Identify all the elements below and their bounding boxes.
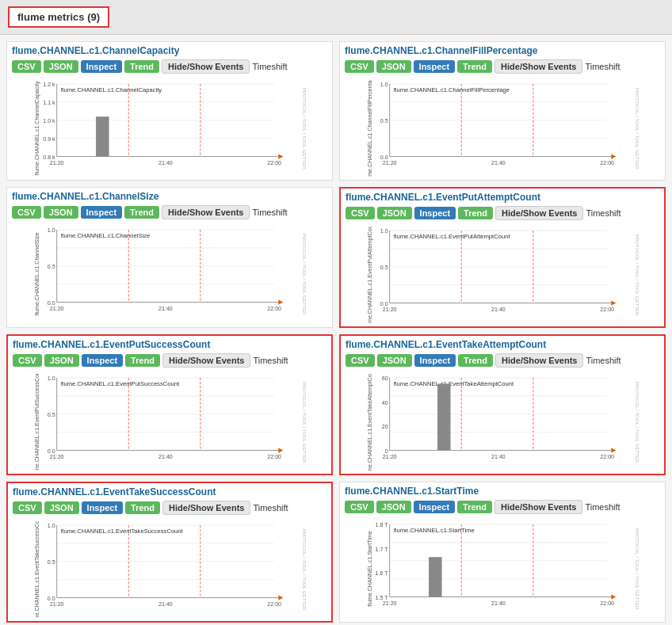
csv-button-4[interactable]: CSV xyxy=(13,354,42,367)
inspect-button-6[interactable]: Inspect xyxy=(82,501,124,514)
svg-text:flume.CHANNEL.c1.EventPutSucce: flume.CHANNEL.c1.EventPutSuccessCount xyxy=(34,374,40,471)
timeshift-button-0[interactable]: Timeshift xyxy=(252,62,287,71)
hideshow-button-4[interactable]: Hide/Show Events xyxy=(162,353,250,368)
hideshow-button-7[interactable]: Hide/Show Events xyxy=(494,500,582,514)
csv-button-7[interactable]: CSV xyxy=(345,501,374,513)
trend-button-5[interactable]: Trend xyxy=(458,354,493,367)
trend-button-6[interactable]: Trend xyxy=(125,501,160,514)
inspect-button-7[interactable]: Inspect xyxy=(414,501,456,513)
timeshift-button-1[interactable]: Timeshift xyxy=(585,62,620,71)
hideshow-button-6[interactable]: Hide/Show Events xyxy=(162,501,250,515)
svg-text:40: 40 xyxy=(382,400,388,406)
csv-button-2[interactable]: CSV xyxy=(12,206,41,219)
panel-6: flume.CHANNEL.c1.EventTakeSuccessCountCS… xyxy=(6,482,333,623)
svg-text:flume.CHANNEL.c1.ChannelFillPe: flume.CHANNEL.c1.ChannelFillPercentage xyxy=(394,86,510,93)
svg-text:1.0: 1.0 xyxy=(48,227,55,234)
svg-text:1.6 T: 1.6 T xyxy=(376,570,389,577)
chart-svg-0: flume.CHANNEL.c1.ChannelCapacity1.2 k1.1… xyxy=(10,80,329,177)
panel-controls-2: CSVJSONInspectTrendHide/Show EventsTimes… xyxy=(7,204,332,223)
svg-text:21:40: 21:40 xyxy=(158,160,173,166)
panel-title-2: flume.CHANNEL.c1.ChannelSize xyxy=(7,188,332,204)
trend-button-2[interactable]: Trend xyxy=(124,206,159,219)
svg-text:21:20: 21:20 xyxy=(383,160,397,166)
trend-button-7[interactable]: Trend xyxy=(457,501,492,513)
svg-text:22:00: 22:00 xyxy=(267,306,281,312)
svg-text:21:20: 21:20 xyxy=(50,454,64,460)
svg-text:22:00: 22:00 xyxy=(600,454,614,460)
inspect-button-5[interactable]: Inspect xyxy=(414,354,456,367)
hideshow-button-2[interactable]: Hide/Show Events xyxy=(162,205,250,219)
timeshift-button-3[interactable]: Timeshift xyxy=(586,208,620,218)
panel-0: flume.CHANNEL.c1.ChannelCapacityCSVJSONI… xyxy=(6,41,333,181)
timeshift-button-6[interactable]: Timeshift xyxy=(253,503,288,513)
svg-text:21:20: 21:20 xyxy=(383,600,397,607)
csv-button-5[interactable]: CSV xyxy=(346,354,375,367)
svg-text:flume.CHANNEL.c1.ChannelSize: flume.CHANNEL.c1.ChannelSize xyxy=(61,232,151,239)
panel-title-3: flume.CHANNEL.c1.EventPutAttemptCount xyxy=(341,189,664,204)
svg-text:21:20: 21:20 xyxy=(50,160,64,166)
chart-area-2: flume.CHANNEL.c1.ChannelSize1.00.50.021:… xyxy=(7,223,332,326)
timeshift-button-4[interactable]: Timeshift xyxy=(253,356,288,365)
svg-text:21:40: 21:40 xyxy=(491,160,506,166)
hideshow-button-0[interactable]: Hide/Show Events xyxy=(162,59,250,74)
svg-text:flume.CHANNEL.c1.ChannelSize: flume.CHANNEL.c1.ChannelSize xyxy=(34,232,40,315)
timeshift-button-7[interactable]: Timeshift xyxy=(585,502,620,512)
svg-text:PROTOCOL / TOOL / TOOL GETTER: PROTOCOL / TOOL / TOOL GETTER xyxy=(302,529,307,611)
panel-controls-1: CSVJSONInspectTrendHide/Show EventsTimes… xyxy=(340,58,665,77)
json-button-3[interactable]: JSON xyxy=(377,207,412,219)
svg-text:0.5: 0.5 xyxy=(48,264,55,270)
main-content: flume.CHANNEL.c1.ChannelCapacityCSVJSONI… xyxy=(0,35,672,625)
csv-button-6[interactable]: CSV xyxy=(13,501,42,514)
svg-text:0.5: 0.5 xyxy=(380,265,388,271)
svg-text:flume.CHANNEL.c1.ChannelCapaci: flume.CHANNEL.c1.ChannelCapacity xyxy=(61,86,162,93)
trend-button-3[interactable]: Trend xyxy=(458,207,493,219)
svg-text:22:00: 22:00 xyxy=(600,160,614,166)
inspect-button-0[interactable]: Inspect xyxy=(81,60,123,73)
svg-text:PROTOCOL / TOOL / TOOL GETTER: PROTOCOL / TOOL / TOOL GETTER xyxy=(302,88,307,170)
timeshift-button-5[interactable]: Timeshift xyxy=(586,356,620,365)
json-button-2[interactable]: JSON xyxy=(44,206,78,219)
hideshow-button-3[interactable]: Hide/Show Events xyxy=(495,206,583,220)
panel-title-1: flume.CHANNEL.c1.ChannelFillPercentage xyxy=(340,42,665,58)
inspect-button-4[interactable]: Inspect xyxy=(82,354,124,367)
chart-area-6: flume.CHANNEL.c1.EventTakeSuccessCount1.… xyxy=(8,518,331,621)
svg-text:1.0: 1.0 xyxy=(48,375,55,382)
metrics-tab[interactable]: flume metrics (9) xyxy=(8,6,109,28)
hideshow-button-5[interactable]: Hide/Show Events xyxy=(495,353,583,368)
svg-text:PROTOCOL / TOOL / TOOL GETTER: PROTOCOL / TOOL / TOOL GETTER xyxy=(635,528,640,610)
svg-text:flume.CHANNEL.c1.EventPutSucce: flume.CHANNEL.c1.EventPutSuccessCount xyxy=(61,380,180,387)
timeshift-button-2[interactable]: Timeshift xyxy=(252,208,287,217)
json-button-7[interactable]: JSON xyxy=(376,501,411,513)
json-button-6[interactable]: JSON xyxy=(44,501,79,514)
json-button-0[interactable]: JSON xyxy=(44,60,78,73)
panel-title-6: flume.CHANNEL.c1.EventTakeSuccessCount xyxy=(8,483,331,499)
chart-svg-3: flume.CHANNEL.c1.EventPutAttemptCount1.0… xyxy=(344,227,661,323)
svg-text:21:20: 21:20 xyxy=(383,454,397,460)
panel-title-7: flume.CHANNEL.c1.StartTime xyxy=(340,482,665,498)
chart-area-5: flume.CHANNEL.c1.EventTakeAttemptCount60… xyxy=(341,371,664,474)
hideshow-button-1[interactable]: Hide/Show Events xyxy=(494,59,582,74)
panel-controls-4: CSVJSONInspectTrendHide/Show EventsTimes… xyxy=(8,352,331,371)
inspect-button-1[interactable]: Inspect xyxy=(414,60,456,73)
json-button-1[interactable]: JSON xyxy=(376,60,411,73)
csv-button-3[interactable]: CSV xyxy=(346,207,375,219)
svg-text:22:00: 22:00 xyxy=(267,454,281,460)
json-button-5[interactable]: JSON xyxy=(377,354,412,367)
svg-text:21:40: 21:40 xyxy=(158,306,173,312)
svg-rect-21 xyxy=(96,116,109,156)
svg-text:22:00: 22:00 xyxy=(267,601,281,608)
trend-button-1[interactable]: Trend xyxy=(457,60,492,73)
svg-text:PROTOCOL / TOOL / TOOL GETTER: PROTOCOL / TOOL / TOOL GETTER xyxy=(302,234,307,315)
inspect-button-3[interactable]: Inspect xyxy=(414,207,456,219)
trend-button-0[interactable]: Trend xyxy=(124,60,159,73)
csv-button-0[interactable]: CSV xyxy=(12,60,41,73)
csv-button-1[interactable]: CSV xyxy=(345,60,374,73)
trend-button-4[interactable]: Trend xyxy=(125,354,160,367)
panel-controls-3: CSVJSONInspectTrendHide/Show EventsTimes… xyxy=(341,204,664,223)
panel-title-4: flume.CHANNEL.c1.EventPutSuccessCount xyxy=(8,336,331,352)
svg-text:21:20: 21:20 xyxy=(383,307,397,313)
svg-text:1.0: 1.0 xyxy=(380,228,388,234)
svg-text:22:00: 22:00 xyxy=(600,600,614,607)
inspect-button-2[interactable]: Inspect xyxy=(81,206,123,219)
json-button-4[interactable]: JSON xyxy=(44,354,79,367)
